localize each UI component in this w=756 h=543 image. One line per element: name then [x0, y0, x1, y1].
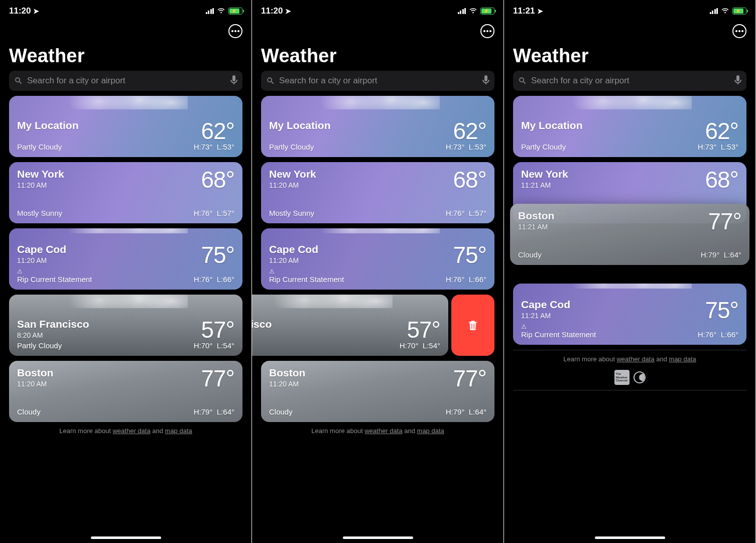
- cellular-icon: [710, 8, 718, 14]
- dictation-icon[interactable]: [482, 75, 489, 86]
- city-name: My Location: [521, 119, 583, 131]
- city-card-san-francisco[interactable]: San Francisco 8:20 AM 57° Partly Cloudy …: [9, 295, 242, 356]
- location-arrow-icon: ➤: [537, 7, 543, 15]
- city-temp: 62°: [705, 119, 738, 143]
- weather-channel-logo: The Weather Channel: [614, 370, 629, 385]
- city-time: 11:20 AM: [269, 380, 305, 388]
- city-time: 11:20 AM: [17, 181, 64, 189]
- location-arrow-icon: ➤: [33, 7, 39, 15]
- city-name: New York: [17, 168, 64, 180]
- city-alert: ⚠Rip Current Statement: [17, 266, 92, 284]
- app-title: Weather: [0, 40, 251, 71]
- cellular-icon: [206, 8, 214, 14]
- city-condition: Partly Cloudy: [521, 143, 566, 151]
- status-bar: 11:21 ➤ ⚡: [504, 0, 755, 22]
- city-alert: ⚠Rip Current Statement: [269, 266, 344, 284]
- city-temp: 77°: [708, 210, 741, 233]
- footer-attribution: Learn more about weather data and map da…: [261, 427, 494, 435]
- city-card-cape-cod[interactable]: Cape Cod 11:21 AM 75° ⚠Rip Current State…: [513, 284, 746, 345]
- city-temp: 57°: [407, 318, 440, 341]
- city-card-boston-dragging[interactable]: Boston 11:21 AM 77° Cloudy H:79° L:64°: [510, 204, 749, 265]
- search-input[interactable]: Search for a city or airport: [261, 71, 494, 91]
- city-time: 11:21 AM: [521, 181, 568, 189]
- dictation-icon[interactable]: [734, 75, 741, 86]
- battery-icon: ⚡: [228, 8, 242, 15]
- wifi-icon: [217, 7, 225, 16]
- city-temp: 75°: [201, 243, 234, 266]
- city-name: Cape Cod: [269, 243, 318, 255]
- city-card-cape-cod[interactable]: Cape Cod 11:20 AM 75° ⚠Rip Current State…: [9, 228, 242, 290]
- status-bar: 11:20 ➤ ⚡: [0, 0, 251, 22]
- city-alert: ⚠Rip Current Statement: [521, 322, 596, 339]
- city-name: My Location: [269, 119, 331, 131]
- city-temp: 75°: [705, 299, 738, 322]
- city-time: 11:20 AM: [269, 256, 318, 264]
- city-temp: 68°: [453, 168, 486, 191]
- dictation-icon[interactable]: [230, 75, 237, 86]
- home-indicator[interactable]: [595, 536, 665, 539]
- status-time: 11:20: [261, 6, 283, 16]
- city-temp: 77°: [201, 367, 234, 390]
- darksky-logo: [634, 371, 646, 383]
- weather-data-link[interactable]: weather data: [364, 427, 402, 435]
- city-name: My Location: [17, 119, 79, 131]
- city-name: Francisco: [252, 318, 272, 330]
- home-indicator[interactable]: [91, 536, 161, 539]
- city-name: San Francisco: [17, 318, 89, 330]
- city-condition: Mostly Sunny: [269, 209, 314, 217]
- home-indicator[interactable]: [343, 536, 413, 539]
- battery-icon: ⚡: [732, 8, 746, 15]
- delete-button[interactable]: [451, 295, 494, 356]
- more-menu-button[interactable]: [480, 24, 494, 38]
- city-temp: 62°: [453, 119, 486, 143]
- map-data-link[interactable]: map data: [165, 427, 192, 435]
- city-name: Boston: [269, 367, 305, 379]
- map-data-link[interactable]: map data: [417, 427, 444, 435]
- screen-1: 11:20 ➤ ⚡ Weather Search for a city or a…: [0, 0, 252, 543]
- status-time: 11:20: [9, 6, 31, 16]
- city-name: New York: [269, 168, 316, 180]
- search-input[interactable]: Search for a city or airport: [513, 71, 746, 91]
- search-placeholder: Search for a city or airport: [27, 76, 226, 86]
- location-arrow-icon: ➤: [285, 7, 291, 15]
- city-condition: Mostly Sunny: [17, 209, 62, 217]
- city-temp: 77°: [453, 367, 486, 390]
- cellular-icon: [458, 8, 466, 14]
- warning-icon: ⚠: [521, 323, 527, 330]
- city-card-new-york[interactable]: New York 11:20 AM 68° Mostly Sunny H:76°…: [9, 162, 242, 223]
- city-card-my-location[interactable]: My Location 62° Partly Cloudy H:73° L:53…: [9, 96, 242, 157]
- weather-data-link[interactable]: weather data: [616, 355, 654, 363]
- city-card-cape-cod[interactable]: Cape Cod 11:20 AM 75° ⚠Rip Current State…: [261, 228, 494, 290]
- weather-data-link[interactable]: weather data: [112, 427, 150, 435]
- screen-2: 11:20 ➤ ⚡ Weather Search for a city or a…: [252, 0, 504, 543]
- swipe-to-delete-row[interactable]: Francisco M 57° loudy H:70° L:54°: [261, 295, 494, 356]
- city-name: Boston: [518, 210, 554, 222]
- city-condition: Partly Cloudy: [269, 143, 314, 151]
- city-time: 11:20 AM: [269, 181, 316, 189]
- city-temp: 68°: [705, 168, 738, 191]
- city-name: Cape Cod: [17, 243, 66, 255]
- city-card-my-location[interactable]: My Location 62° Partly Cloudy H:73° L:53…: [513, 96, 746, 157]
- city-card-new-york[interactable]: New York 11:20 AM 68° Mostly Sunny H:76°…: [261, 162, 494, 223]
- search-input[interactable]: Search for a city or airport: [9, 71, 242, 91]
- more-menu-button[interactable]: [732, 24, 746, 38]
- footer-attribution: Learn more about weather data and map da…: [9, 427, 242, 435]
- city-time: 11:20 AM: [17, 256, 66, 264]
- city-temp: 68°: [201, 168, 234, 191]
- battery-icon: ⚡: [480, 8, 494, 15]
- warning-icon: ⚠: [269, 268, 275, 275]
- search-placeholder: Search for a city or airport: [279, 76, 478, 86]
- city-card-my-location[interactable]: My Location 62° Partly Cloudy H:73° L:53…: [261, 96, 494, 157]
- city-temp: 62°: [201, 119, 234, 143]
- city-card-boston[interactable]: Boston 11:20 AM 77° Cloudy H:79° L:64°: [9, 361, 242, 422]
- map-data-link[interactable]: map data: [669, 355, 696, 363]
- city-name: New York: [521, 168, 568, 180]
- more-menu-button[interactable]: [228, 24, 242, 38]
- search-icon: [266, 76, 275, 85]
- city-temp: 57°: [201, 318, 234, 341]
- search-placeholder: Search for a city or airport: [531, 76, 730, 86]
- warning-icon: ⚠: [17, 268, 23, 275]
- city-card-boston[interactable]: Boston 11:20 AM 77° Cloudy H:79° L:64°: [261, 361, 494, 422]
- status-time: 11:21: [513, 6, 535, 16]
- city-card-san-francisco-swiped: Francisco M 57° loudy H:70° L:54°: [252, 295, 448, 356]
